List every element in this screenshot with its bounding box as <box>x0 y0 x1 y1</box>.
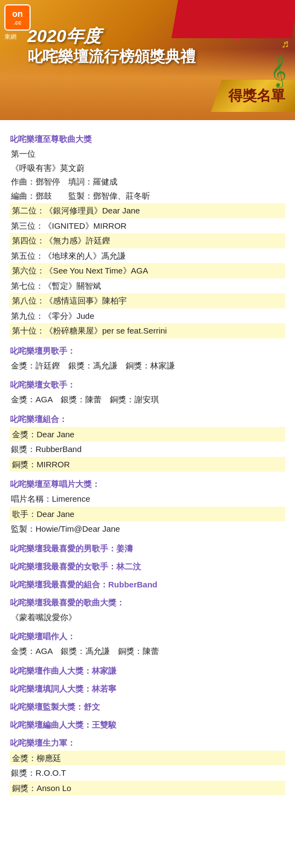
award-list-label: 得獎名單 <box>228 87 285 104</box>
row-newforce-bronze: 銅獎：Anson Lo <box>10 781 285 796</box>
row-male-singer-awards: 金獎：許廷鏗 銀獎：馮允謙 銅獎：林家謙 <box>10 359 285 373</box>
site-logo: on .cc <box>4 4 31 31</box>
row-album-producer: 監製：Howie/Tim@Dear Jane <box>10 522 285 536</box>
row-10th: 第十位：《粉碎糖果屋》per se feat.Serrini <box>10 323 285 338</box>
section-fav-male-header: 叱咤樂壇我最喜愛的男歌手：姜濤 <box>10 544 285 554</box>
section-producer-header: 叱咤樂壇監製大獎：舒文 <box>10 702 285 712</box>
row-album-name: 唱片名稱：Limerence <box>10 492 285 506</box>
section-arranger-award-header: 叱咤樂壇編曲人大獎：王雙駿 <box>10 720 285 730</box>
row-newforce-silver: 銀獎：R.O.O.T <box>10 766 285 780</box>
row-song-title: 《呼吸有害》莫文蔚 <box>10 161 285 175</box>
row-songwriter-awards: 金獎：AGA 銀獎：馮允謙 銅獎：陳蕾 <box>10 644 285 658</box>
row-8th: 第八位：《感情這回事》陳柏宇 <box>10 293 285 308</box>
logo-on-text: on <box>12 9 23 19</box>
section-album-header: 叱咤樂壇至尊唱片大獎： <box>10 479 285 490</box>
section-supreme-song-header: 叱咤樂壇至尊歌曲大獎 <box>10 134 285 145</box>
section-composer-header: 叱咤樂壇作曲人大獎：林家謙 <box>10 666 285 676</box>
row-3rd: 第三位：《IGNITED》MIRROR <box>10 219 285 233</box>
event-title: 叱咤樂壇流行榜頒獎典禮 <box>27 46 196 67</box>
content-area: 叱咤樂壇至尊歌曲大獎 第一位 《呼吸有害》莫文蔚 作曲：鄧智停 填詞：羅健成 編… <box>0 120 295 802</box>
row-group-silver: 銀獎：RubberBand <box>10 442 285 456</box>
row-fav-song: 《蒙着嘴說愛你》 <box>10 610 285 625</box>
row-album-singer: 歌手：Dear Jane <box>10 507 285 522</box>
section-group-header: 叱咤樂壇組合： <box>10 414 285 425</box>
section-newforce-header: 叱咤樂壇生力軍： <box>10 738 285 748</box>
row-newforce-gold: 金獎：柳應廷 <box>10 751 285 766</box>
logo-cc-text: .cc <box>14 20 21 26</box>
row-4th: 第四位：《無力感》許廷鏗 <box>10 233 285 248</box>
row-composer: 作曲：鄧智停 填詞：羅健成 <box>10 175 285 189</box>
section-songwriter-header: 叱咤樂壇唱作人： <box>10 632 285 642</box>
row-group-bronze: 銅獎：MIRROR <box>10 457 285 472</box>
section-fav-female-header: 叱咤樂壇我最喜愛的女歌手：林二汶 <box>10 562 285 572</box>
header-banner: on .cc 東網 ♪♫♬ 2020年度 叱咤樂壇流行榜頒獎典禮 𝄞 得獎名單 <box>0 0 295 120</box>
section-male-singer-header: 叱咤樂壇男歌手： <box>10 346 285 356</box>
row-group-gold: 金獎：Dear Jane <box>10 427 285 442</box>
section-fav-group-header: 叱咤樂壇我最喜愛的組合：RubberBand <box>10 580 285 590</box>
row-arranger: 編曲：鄧鼓 監製：鄧智偉、莊冬昕 <box>10 189 285 203</box>
section-female-singer-header: 叱咤樂壇女歌手： <box>10 380 285 390</box>
site-name: 東網 <box>4 33 16 41</box>
row-1st-place: 第一位 <box>10 147 285 161</box>
event-year: 2020年度 <box>27 25 196 49</box>
row-7th: 第七位：《暫定》關智斌 <box>10 279 285 293</box>
red-diagonal-banner <box>172 0 295 38</box>
row-9th: 第九位：《零分》Jude <box>10 309 285 323</box>
section-lyricist-header: 叱咤樂壇填詞人大獎：林若寧 <box>10 684 285 694</box>
section-fav-song-header: 叱咤樂壇我最喜愛的歌曲大獎： <box>10 598 285 608</box>
event-title-area: 2020年度 叱咤樂壇流行榜頒獎典禮 <box>27 25 196 67</box>
row-female-singer-awards: 金獎：AGA 銀獎：陳蕾 銅獎：謝安琪 <box>10 393 285 407</box>
row-2nd: 第二位：《銀河修理員》Dear Jane <box>10 203 285 218</box>
row-6th: 第六位：《See You Next Time》AGA <box>10 263 285 278</box>
row-5th: 第五位：《地球來的人》馮允謙 <box>10 249 285 263</box>
treble-clef-icon: 𝄞 <box>270 55 287 87</box>
